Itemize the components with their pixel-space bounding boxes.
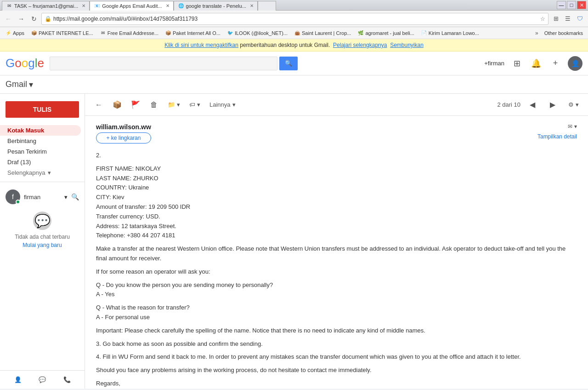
sidebar-item-sent[interactable]: Pesan Terkirim — [0, 146, 81, 157]
gmail-label-caret: ▾ — [29, 80, 33, 90]
bookmark-apps[interactable]: ⚡ Apps — [3, 29, 27, 37]
no-chat-text: Tidak ada chat terbaru — [6, 234, 79, 240]
address-input[interactable] — [53, 16, 538, 22]
body-regards: Regards,William Wilson,Engleeen, LLCTel:… — [96, 379, 577, 389]
gmail-main: TULIS Kotak Masuk Berbintang Pesan Terki… — [0, 94, 588, 389]
notification-activate-link[interactable]: Klik di sini untuk mengaktifkan — [164, 42, 238, 48]
back-to-list-button[interactable]: ← — [90, 97, 107, 113]
expand-caret: ▾ — [48, 169, 51, 176]
star-icon[interactable]: ☆ — [540, 16, 545, 22]
chat-user-section[interactable]: f firman ▾ 🔍 — [0, 186, 85, 208]
notifications-bell-icon[interactable]: 🔔 — [529, 57, 543, 70]
user-avatar[interactable]: 👤 — [568, 56, 582, 71]
forward-button[interactable]: → — [16, 13, 27, 24]
sent-label: Pesan Terkirim — [7, 148, 47, 155]
email-detail-caret[interactable]: ▾ — [574, 123, 577, 130]
next-email-button[interactable]: ▶ — [544, 97, 561, 113]
agromaret-bookmark-label: agromaret - jual beli... — [365, 30, 414, 36]
bookmark-lamaran[interactable]: 📄 Kirim Lamaran Lowo... — [418, 29, 481, 37]
bookmarks-more[interactable]: » — [533, 29, 540, 37]
sidebar-item-starred[interactable]: Berbintang — [0, 136, 81, 146]
body-qa2: Q - What is the reason for transfer?A - … — [96, 303, 577, 322]
bookmark-paket2[interactable]: 📦 Paket Internet All O... — [163, 29, 223, 37]
apps-grid-icon[interactable]: ⊞ — [510, 57, 524, 70]
browser-tab-4[interactable] — [258, 1, 276, 11]
menu-icon[interactable]: ☰ — [562, 13, 573, 24]
bookmark-agromaret[interactable]: 🌿 agromaret - jual beli... — [355, 29, 416, 37]
paket-bookmark-icon: 📦 — [31, 30, 37, 36]
sidebar-bottom-icons: 👤 💬 📞 — [0, 370, 85, 389]
browser-tab-2[interactable]: 📧 Google Apps Email Audit... ✕ — [90, 1, 173, 11]
show-detail-link[interactable]: Tampilkan detail — [537, 133, 577, 140]
notification-hide[interactable]: Sembunyikan — [390, 42, 424, 48]
window-controls: — □ ✕ — [557, 1, 586, 9]
settings-icon: ⚙ — [568, 101, 574, 108]
gmail-label[interactable]: Gmail ▾ — [6, 80, 33, 90]
browser-titlebar: ✉ TASK – fnurjaman1@gmai... ✕ 📧 Google A… — [0, 0, 588, 11]
tab2-favicon: 📧 — [94, 3, 100, 9]
sidebar-expand-more[interactable]: Selengkapnya ▾ — [0, 167, 85, 178]
chat-icon[interactable]: 💬 — [37, 374, 48, 385]
tag-icon: 🏷 — [189, 101, 195, 108]
chat-user-avatar: f — [6, 189, 20, 204]
prev-email-button[interactable]: ◀ — [524, 97, 541, 113]
tags-dropdown[interactable]: 🏷 ▾ — [186, 97, 204, 113]
email-thread: william.wilson.ww + ke lingkaran ✉ ▾ Tam… — [85, 116, 588, 389]
report-spam-button[interactable]: 🚩 — [127, 97, 144, 113]
bookmark-paket[interactable]: 📦 PAKET INTERNET LE... — [28, 29, 96, 37]
sidebar-item-inbox[interactable]: Kotak Masuk — [0, 125, 81, 136]
back-button[interactable]: ← — [3, 13, 14, 24]
compose-button[interactable]: TULIS — [6, 101, 79, 118]
bookmark-free-email[interactable]: ✉ Free Email Addresse... — [97, 29, 161, 37]
gmail-topbar-right: +firman ⊞ 🔔 + 👤 — [484, 56, 582, 71]
bookmark-other[interactable]: Other bookmarks — [542, 29, 585, 37]
move-to-dropdown[interactable]: 📁 ▾ — [164, 97, 184, 113]
contacts-icon[interactable]: 👤 — [12, 374, 23, 385]
browser-tab-3[interactable]: 🌐 google translate - Penelu... ✕ — [174, 1, 258, 11]
phone-icon[interactable]: 📞 — [62, 374, 73, 385]
plus-firman-link[interactable]: +firman — [484, 60, 504, 67]
bookmark-saintlaurent[interactable]: 👜 Saint Laurent | Crop... — [292, 29, 353, 37]
minimize-button[interactable]: — — [557, 1, 566, 9]
gmail-search-input[interactable] — [50, 57, 277, 70]
extensions-icon[interactable]: ⊞ — [550, 13, 561, 24]
tab1-close[interactable]: ✕ — [82, 3, 85, 8]
toolbar-icons-right: ⊞ ☰ 🛡 — [550, 13, 585, 24]
reload-button[interactable]: ↻ — [28, 13, 40, 24]
maximize-button[interactable]: □ — [567, 1, 576, 9]
settings-dropdown[interactable]: ⚙ ▾ — [565, 97, 582, 113]
starred-label: Berbintang — [7, 138, 36, 144]
chat-username: firman — [24, 194, 40, 201]
archive-button[interactable]: 📦 — [109, 97, 125, 113]
chat-empty-avatar: 💬 — [33, 212, 51, 230]
sender-info: william.wilson.ww + ke lingkaran — [96, 123, 151, 143]
saintlaurent-bookmark-label: Saint Laurent | Crop... — [302, 30, 351, 36]
tab1-label: TASK – fnurjaman1@gmai... — [14, 3, 78, 9]
agromaret-bookmark-icon: 🌿 — [357, 30, 364, 36]
delete-button[interactable]: 🗑 — [146, 97, 162, 113]
toolbar-right: 2 dari 10 ◀ ▶ ⚙ ▾ — [497, 97, 582, 113]
sidebar-item-drafts[interactable]: Draf (13) — [0, 157, 81, 167]
add-to-circle-button[interactable]: + ke lingkaran — [96, 132, 151, 143]
notification-banner: Klik di sini untuk mengaktifkan pemberit… — [0, 39, 588, 52]
tab2-close[interactable]: ✕ — [166, 3, 170, 8]
tab3-close[interactable]: ✕ — [250, 3, 254, 8]
address-icons: ☆ — [540, 16, 545, 22]
ilook-bookmark-icon: 🐦 — [227, 30, 233, 36]
chat-search-icon[interactable]: 🔍 — [71, 193, 79, 201]
free-email-bookmark-icon: ✉ — [100, 30, 106, 36]
add-account-icon[interactable]: + — [548, 57, 562, 70]
notification-learn-more[interactable]: Pelajari selengkapnya — [333, 42, 387, 48]
paket2-bookmark-label: Paket Internet All O... — [173, 30, 220, 36]
browser-tab-1[interactable]: ✉ TASK – fnurjaman1@gmai... ✕ — [2, 1, 90, 11]
bookmark-ilook[interactable]: 🐦 ILOOK (@ilook_NET)... — [225, 29, 290, 37]
sender-name[interactable]: william.wilson.ww — [96, 123, 151, 131]
paket2-bookmark-icon: 📦 — [165, 30, 171, 36]
more-dropdown[interactable]: Lainnya ▾ — [206, 97, 239, 113]
shield-icon[interactable]: 🛡 — [574, 13, 585, 24]
body-operator-intro: If for some reason an operator will ask … — [96, 267, 577, 277]
gmail-search-button[interactable]: 🔍 — [279, 57, 298, 70]
new-chat-link[interactable]: Mulai yang baru — [6, 242, 79, 248]
close-button[interactable]: ✕ — [577, 1, 586, 9]
folder-caret-icon: ▾ — [177, 101, 180, 108]
